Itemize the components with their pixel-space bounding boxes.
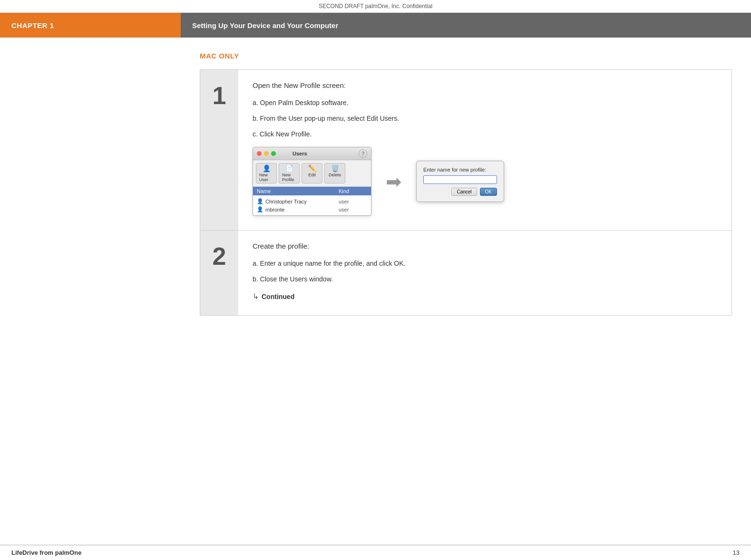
- continued-text: Continued: [262, 293, 294, 300]
- step-1-sub-c: c. Click New Profile.: [253, 129, 717, 139]
- chapter-label-text: CHAPTER 1: [11, 21, 54, 29]
- new-user-icon: 👤: [263, 164, 271, 172]
- continued-line: ↳ Continued: [253, 292, 717, 301]
- chapter-title: Setting Up Your Device and Your Computer: [181, 13, 751, 38]
- step-2-sub-a: a. Enter a unique name for the profile, …: [253, 259, 717, 269]
- dot-red: [257, 151, 262, 156]
- users-title-bar: Users ?: [253, 147, 371, 160]
- step-1-number-col: 1: [200, 70, 238, 230]
- edit-icon: ✏️: [308, 164, 316, 172]
- chapter-label: CHAPTER 1: [0, 13, 181, 38]
- step-1-row: 1 Open the New Profile screen: a. Open P…: [200, 70, 731, 231]
- footer-product: LifeDrive from palmOne: [11, 549, 81, 556]
- profile-dialog-buttons: Cancel OK: [423, 188, 497, 196]
- col-header-name: Name: [257, 188, 339, 194]
- step-1-sub-a: a. Open Palm Desktop software.: [253, 98, 717, 108]
- step-1-sub-b: b. From the User pop-up menu, select Edi…: [253, 114, 717, 124]
- edit-button[interactable]: ✏️ Edit: [302, 163, 322, 183]
- new-user-label: New User: [259, 173, 273, 182]
- users-toolbar: 👤 New User 📄 New Profile ✏️: [253, 160, 371, 187]
- confidential-text: SECOND DRAFT palmOne, Inc. Confidential: [319, 3, 432, 10]
- screenshot-area: Users ? 👤 New User 📄: [253, 147, 717, 216]
- footer: LifeDrive from palmOne 13: [0, 545, 751, 560]
- users-window: Users ? 👤 New User 📄: [253, 147, 371, 216]
- main-content: MAC ONLY 1 Open the New Profile screen: …: [0, 38, 751, 335]
- footer-page-number: 13: [733, 549, 740, 556]
- step-1-heading: Open the New Profile screen:: [253, 81, 717, 89]
- step-2-number-col: 2: [200, 231, 238, 315]
- delete-icon: 🗑️: [331, 164, 339, 172]
- new-profile-icon: 📄: [285, 164, 293, 172]
- continued-icon: ↳: [253, 292, 259, 301]
- users-table-header: Name Kind: [253, 187, 371, 195]
- delete-label: Delete: [329, 173, 341, 177]
- step-2-row: 2 Create the profile: a. Enter a unique …: [200, 231, 731, 315]
- user-row-2: 👤 mbronte user: [253, 205, 371, 213]
- right-content: MAC ONLY 1 Open the New Profile screen: …: [181, 38, 751, 335]
- help-icon: ?: [359, 149, 367, 158]
- cancel-button[interactable]: Cancel: [451, 188, 477, 196]
- user-kind-1: user: [339, 199, 367, 204]
- mac-only-label: MAC ONLY: [200, 52, 732, 60]
- profile-dialog-label: Enter name for new profile:: [423, 167, 497, 173]
- user-row-1: 👤 Christopher Tracy user: [253, 197, 371, 205]
- ok-button[interactable]: OK: [480, 188, 497, 196]
- step-2-content: Create the profile: a. Enter a unique na…: [238, 231, 731, 315]
- new-user-button[interactable]: 👤 New User: [256, 163, 277, 183]
- top-confidential-bar: SECOND DRAFT palmOne, Inc. Confidential: [0, 0, 751, 13]
- step-2-sub-b: b. Close the Users window.: [253, 274, 717, 284]
- profile-dialog: Enter name for new profile: Cancel OK: [416, 161, 504, 202]
- step-2-heading: Create the profile:: [253, 242, 717, 250]
- user-kind-2: user: [339, 207, 367, 212]
- dot-yellow: [264, 151, 269, 156]
- step-1-number: 1: [213, 83, 226, 108]
- col-header-kind: Kind: [339, 188, 367, 194]
- new-profile-label: New Profile: [282, 173, 296, 182]
- new-profile-button[interactable]: 📄 New Profile: [279, 163, 300, 183]
- delete-button[interactable]: 🗑️ Delete: [324, 163, 345, 183]
- users-table-body: 👤 Christopher Tracy user 👤 mbronte user: [253, 195, 371, 215]
- user-name-1: Christopher Tracy: [265, 199, 339, 204]
- arrow-right: ➡: [386, 171, 402, 193]
- edit-label: Edit: [308, 173, 316, 177]
- step-2-number: 2: [213, 244, 226, 269]
- user-icon-1: 👤: [257, 198, 263, 204]
- user-icon-2: 👤: [257, 206, 263, 212]
- chapter-title-text: Setting Up Your Device and Your Computer: [192, 21, 338, 29]
- dot-green: [271, 151, 276, 156]
- user-name-2: mbronte: [265, 207, 339, 212]
- chapter-header: CHAPTER 1 Setting Up Your Device and You…: [0, 13, 751, 38]
- steps-container: 1 Open the New Profile screen: a. Open P…: [200, 69, 732, 316]
- left-margin: [0, 38, 181, 335]
- step-1-content: Open the New Profile screen: a. Open Pal…: [238, 70, 731, 230]
- page: SECOND DRAFT palmOne, Inc. Confidential …: [0, 0, 751, 560]
- profile-input[interactable]: [423, 175, 497, 184]
- window-title-text: Users: [293, 151, 307, 156]
